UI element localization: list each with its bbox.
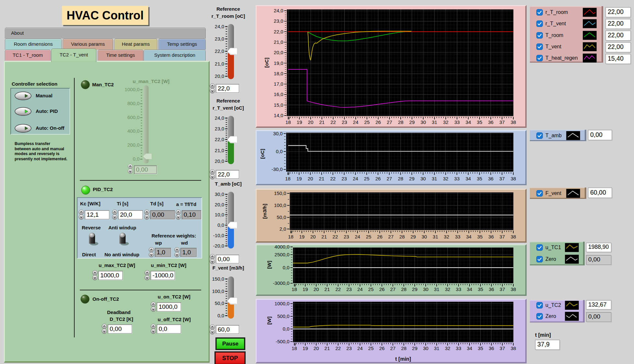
svg-text:-3000,0: -3000,0: [273, 280, 289, 286]
svg-text:100,0: 100,0: [274, 202, 286, 208]
svg-text:38: 38: [511, 119, 516, 125]
svg-text:35: 35: [477, 119, 482, 125]
svg-text:[oC]: [oC]: [264, 58, 269, 68]
svg-text:22: 22: [330, 119, 336, 125]
svg-text:34: 34: [466, 119, 471, 125]
svg-text:21: 21: [324, 286, 330, 292]
svg-text:18: 18: [292, 346, 297, 351]
svg-text:22: 22: [330, 176, 336, 181]
svg-text:31: 31: [434, 286, 439, 292]
svg-text:36: 36: [489, 346, 494, 351]
svg-text:28: 28: [399, 234, 405, 239]
svg-text:2,0: 2,0: [279, 226, 286, 232]
svg-text:22: 22: [335, 346, 341, 351]
svg-text:19: 19: [296, 176, 302, 181]
svg-text:[W]: [W]: [266, 317, 272, 325]
svg-text:33: 33: [456, 286, 461, 292]
svg-text:27: 27: [390, 286, 396, 292]
svg-text:37: 37: [500, 286, 505, 292]
svg-text:[W]: [W]: [266, 261, 272, 269]
svg-text:21: 21: [324, 346, 330, 351]
svg-text:25: 25: [364, 119, 370, 125]
svg-text:30: 30: [423, 346, 429, 351]
svg-text:19: 19: [299, 234, 305, 239]
svg-text:31: 31: [432, 119, 437, 125]
svg-text:28: 28: [398, 176, 403, 181]
svg-text:32: 32: [443, 176, 448, 181]
svg-text:25: 25: [368, 286, 374, 292]
svg-text:32: 32: [443, 119, 448, 125]
svg-text:33: 33: [456, 346, 461, 351]
svg-text:t [min]: t [min]: [395, 356, 411, 362]
svg-text:20: 20: [310, 234, 316, 239]
svg-text:500,0: 500,0: [277, 313, 289, 319]
svg-text:150,0: 150,0: [274, 190, 286, 196]
svg-text:24: 24: [353, 119, 359, 125]
svg-text:36: 36: [488, 234, 494, 239]
svg-text:21,0: 21,0: [274, 39, 283, 45]
svg-text:35: 35: [478, 346, 483, 351]
svg-text:27: 27: [388, 234, 394, 239]
svg-text:37: 37: [499, 176, 505, 181]
svg-text:21: 21: [322, 234, 327, 239]
svg-text:23: 23: [344, 234, 349, 239]
svg-text:32: 32: [445, 286, 450, 292]
svg-text:26: 26: [379, 346, 385, 351]
svg-text:25: 25: [368, 346, 374, 351]
svg-text:34: 34: [467, 346, 472, 351]
svg-text:2500,0: 2500,0: [274, 252, 289, 257]
svg-text:18,0: 18,0: [274, 71, 283, 76]
svg-text:20: 20: [308, 119, 313, 125]
svg-text:30: 30: [421, 119, 426, 125]
svg-text:27: 27: [387, 119, 392, 125]
svg-text:24: 24: [357, 346, 363, 351]
svg-text:38: 38: [511, 346, 516, 351]
svg-text:1000,0: 1000,0: [274, 301, 289, 306]
svg-text:-30,0: -30,0: [272, 166, 283, 172]
svg-text:37: 37: [499, 234, 505, 239]
svg-text:25: 25: [366, 234, 372, 239]
svg-text:21: 21: [319, 119, 325, 125]
svg-text:23: 23: [342, 119, 347, 125]
svg-text:[m3/h]: [m3/h]: [262, 204, 267, 219]
svg-text:15,0: 15,0: [274, 102, 283, 108]
svg-text:38: 38: [511, 286, 516, 292]
svg-text:35: 35: [477, 176, 482, 181]
svg-text:34: 34: [466, 176, 471, 181]
svg-text:23: 23: [346, 286, 352, 292]
svg-text:26: 26: [375, 119, 381, 125]
svg-text:23: 23: [346, 346, 352, 351]
svg-text:36: 36: [488, 176, 494, 181]
svg-text:0,0: 0,0: [276, 149, 283, 154]
svg-text:26: 26: [377, 234, 383, 239]
svg-text:18: 18: [285, 176, 291, 181]
svg-text:25: 25: [364, 176, 370, 181]
svg-text:20: 20: [308, 176, 313, 181]
svg-text:0,0: 0,0: [283, 326, 289, 332]
svg-text:30: 30: [423, 286, 429, 292]
svg-text:32: 32: [445, 346, 450, 351]
svg-text:26: 26: [375, 176, 381, 181]
svg-text:37: 37: [499, 119, 505, 125]
svg-text:[oC]: [oC]: [260, 149, 265, 159]
svg-text:31: 31: [432, 176, 437, 181]
svg-text:38: 38: [511, 176, 516, 181]
svg-text:29: 29: [409, 176, 415, 181]
svg-text:22: 22: [335, 286, 341, 292]
svg-text:30,0: 30,0: [273, 131, 283, 136]
svg-text:34: 34: [466, 234, 471, 239]
svg-text:22: 22: [333, 234, 338, 239]
svg-text:0,0: 0,0: [283, 265, 289, 270]
svg-text:-500,0: -500,0: [275, 339, 289, 344]
svg-text:50,0: 50,0: [277, 214, 286, 220]
svg-text:24,0: 24,0: [274, 8, 283, 13]
svg-text:35: 35: [477, 234, 483, 239]
svg-text:35: 35: [478, 286, 483, 292]
svg-text:17,0: 17,0: [274, 81, 283, 87]
svg-text:24: 24: [355, 234, 360, 239]
svg-text:16,0: 16,0: [274, 91, 283, 97]
svg-text:20: 20: [313, 286, 319, 292]
svg-text:23: 23: [341, 176, 347, 181]
svg-text:37: 37: [500, 346, 505, 351]
svg-text:28: 28: [398, 119, 404, 125]
